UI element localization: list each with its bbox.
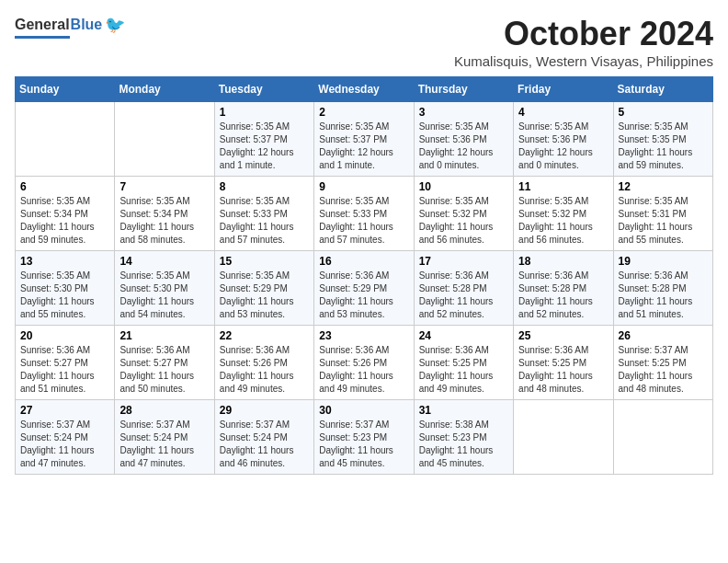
day-cell: 30Sunrise: 5:37 AMSunset: 5:23 PMDayligh… (314, 400, 414, 475)
day-info: Sunrise: 5:36 AMSunset: 5:27 PMDaylight:… (20, 344, 109, 396)
page-header: General Blue 🐦 October 2024 Kumalisquis,… (15, 15, 713, 69)
day-cell: 13Sunrise: 5:35 AMSunset: 5:30 PMDayligh… (16, 251, 115, 326)
day-number: 3 (419, 106, 508, 119)
day-number: 16 (319, 255, 408, 268)
day-number: 30 (319, 404, 408, 417)
header-cell-friday: Friday (514, 77, 613, 102)
day-number: 14 (119, 255, 209, 268)
day-info: Sunrise: 5:35 AMSunset: 5:33 PMDaylight:… (220, 195, 309, 247)
day-cell: 12Sunrise: 5:35 AMSunset: 5:31 PMDayligh… (613, 177, 712, 251)
day-info: Sunrise: 5:36 AMSunset: 5:28 PMDaylight:… (619, 270, 708, 321)
day-number: 27 (20, 404, 109, 417)
day-cell: 5Sunrise: 5:35 AMSunset: 5:35 PMDaylight… (613, 102, 712, 177)
day-info: Sunrise: 5:36 AMSunset: 5:29 PMDaylight:… (319, 270, 408, 321)
header-row: SundayMondayTuesdayWednesdayThursdayFrid… (16, 77, 713, 102)
day-cell: 19Sunrise: 5:36 AMSunset: 5:28 PMDayligh… (613, 251, 712, 326)
day-cell: 27Sunrise: 5:37 AMSunset: 5:24 PMDayligh… (16, 400, 115, 475)
header-cell-monday: Monday (115, 77, 214, 102)
day-info: Sunrise: 5:35 AMSunset: 5:30 PMDaylight:… (20, 270, 109, 321)
header-cell-thursday: Thursday (414, 77, 513, 102)
day-number: 12 (619, 180, 708, 193)
day-cell: 20Sunrise: 5:36 AMSunset: 5:27 PMDayligh… (16, 326, 115, 400)
day-info: Sunrise: 5:35 AMSunset: 5:37 PMDaylight:… (220, 121, 309, 172)
day-number: 2 (319, 106, 408, 119)
header-cell-wednesday: Wednesday (314, 77, 414, 102)
day-cell: 18Sunrise: 5:36 AMSunset: 5:28 PMDayligh… (514, 251, 613, 326)
day-info: Sunrise: 5:35 AMSunset: 5:36 PMDaylight:… (419, 121, 508, 172)
day-cell: 26Sunrise: 5:37 AMSunset: 5:25 PMDayligh… (613, 326, 712, 400)
logo-bird-icon: 🐦 (105, 15, 125, 35)
month-title: October 2024 (454, 15, 713, 53)
day-number: 24 (419, 329, 508, 342)
day-info: Sunrise: 5:36 AMSunset: 5:26 PMDaylight:… (319, 344, 408, 396)
day-number: 5 (619, 106, 708, 119)
week-row-4: 20Sunrise: 5:36 AMSunset: 5:27 PMDayligh… (16, 326, 713, 400)
header-cell-tuesday: Tuesday (214, 77, 313, 102)
day-number: 23 (319, 329, 408, 342)
day-cell: 10Sunrise: 5:35 AMSunset: 5:32 PMDayligh… (414, 177, 513, 251)
day-number: 19 (619, 255, 708, 268)
day-cell: 22Sunrise: 5:36 AMSunset: 5:26 PMDayligh… (214, 326, 313, 400)
day-info: Sunrise: 5:36 AMSunset: 5:26 PMDaylight:… (220, 344, 309, 396)
day-cell: 21Sunrise: 5:36 AMSunset: 5:27 PMDayligh… (115, 326, 214, 400)
day-info: Sunrise: 5:38 AMSunset: 5:23 PMDaylight:… (419, 419, 508, 470)
header-cell-saturday: Saturday (613, 77, 712, 102)
logo: General Blue 🐦 (15, 15, 125, 39)
week-row-3: 13Sunrise: 5:35 AMSunset: 5:30 PMDayligh… (16, 251, 713, 326)
day-info: Sunrise: 5:35 AMSunset: 5:31 PMDaylight:… (619, 195, 708, 247)
day-info: Sunrise: 5:36 AMSunset: 5:27 PMDaylight:… (119, 344, 209, 396)
day-cell: 9Sunrise: 5:35 AMSunset: 5:33 PMDaylight… (314, 177, 414, 251)
day-cell: 4Sunrise: 5:35 AMSunset: 5:36 PMDaylight… (514, 102, 613, 177)
day-number: 31 (419, 404, 508, 417)
day-cell: 1Sunrise: 5:35 AMSunset: 5:37 PMDaylight… (214, 102, 313, 177)
day-number: 22 (220, 329, 309, 342)
day-info: Sunrise: 5:35 AMSunset: 5:37 PMDaylight:… (319, 121, 408, 172)
day-info: Sunrise: 5:36 AMSunset: 5:28 PMDaylight:… (419, 270, 508, 321)
day-cell (16, 102, 115, 177)
day-info: Sunrise: 5:35 AMSunset: 5:32 PMDaylight:… (518, 195, 608, 247)
day-cell: 31Sunrise: 5:38 AMSunset: 5:23 PMDayligh… (414, 400, 513, 475)
day-number: 20 (20, 329, 109, 342)
day-info: Sunrise: 5:36 AMSunset: 5:25 PMDaylight:… (419, 344, 508, 396)
day-cell: 8Sunrise: 5:35 AMSunset: 5:33 PMDaylight… (214, 177, 313, 251)
day-number: 21 (119, 329, 209, 342)
day-cell: 3Sunrise: 5:35 AMSunset: 5:36 PMDaylight… (414, 102, 513, 177)
day-cell: 6Sunrise: 5:35 AMSunset: 5:34 PMDaylight… (16, 177, 115, 251)
day-cell: 17Sunrise: 5:36 AMSunset: 5:28 PMDayligh… (414, 251, 513, 326)
day-info: Sunrise: 5:35 AMSunset: 5:30 PMDaylight:… (119, 270, 209, 321)
week-row-5: 27Sunrise: 5:37 AMSunset: 5:24 PMDayligh… (16, 400, 713, 475)
day-number: 25 (518, 329, 608, 342)
day-info: Sunrise: 5:35 AMSunset: 5:32 PMDaylight:… (419, 195, 508, 247)
title-section: October 2024 Kumalisquis, Western Visaya… (454, 15, 713, 69)
day-info: Sunrise: 5:37 AMSunset: 5:24 PMDaylight:… (220, 419, 309, 470)
week-row-2: 6Sunrise: 5:35 AMSunset: 5:34 PMDaylight… (16, 177, 713, 251)
day-cell: 16Sunrise: 5:36 AMSunset: 5:29 PMDayligh… (314, 251, 414, 326)
header-cell-sunday: Sunday (16, 77, 115, 102)
day-cell: 23Sunrise: 5:36 AMSunset: 5:26 PMDayligh… (314, 326, 414, 400)
day-info: Sunrise: 5:35 AMSunset: 5:34 PMDaylight:… (20, 195, 109, 247)
day-cell: 7Sunrise: 5:35 AMSunset: 5:34 PMDaylight… (115, 177, 214, 251)
day-cell: 24Sunrise: 5:36 AMSunset: 5:25 PMDayligh… (414, 326, 513, 400)
logo-blue-text: Blue (71, 17, 103, 33)
day-info: Sunrise: 5:37 AMSunset: 5:23 PMDaylight:… (319, 419, 408, 470)
day-cell: 29Sunrise: 5:37 AMSunset: 5:24 PMDayligh… (214, 400, 313, 475)
day-number: 1 (220, 106, 309, 119)
day-number: 17 (419, 255, 508, 268)
day-cell: 25Sunrise: 5:36 AMSunset: 5:25 PMDayligh… (514, 326, 613, 400)
day-info: Sunrise: 5:35 AMSunset: 5:34 PMDaylight:… (119, 195, 209, 247)
day-info: Sunrise: 5:35 AMSunset: 5:36 PMDaylight:… (518, 121, 608, 172)
day-number: 11 (518, 180, 608, 193)
day-cell: 11Sunrise: 5:35 AMSunset: 5:32 PMDayligh… (514, 177, 613, 251)
week-row-1: 1Sunrise: 5:35 AMSunset: 5:37 PMDaylight… (16, 102, 713, 177)
day-number: 7 (119, 180, 209, 193)
day-info: Sunrise: 5:37 AMSunset: 5:24 PMDaylight:… (119, 419, 209, 470)
day-info: Sunrise: 5:36 AMSunset: 5:25 PMDaylight:… (518, 344, 608, 396)
day-cell: 2Sunrise: 5:35 AMSunset: 5:37 PMDaylight… (314, 102, 414, 177)
day-number: 18 (518, 255, 608, 268)
day-info: Sunrise: 5:35 AMSunset: 5:33 PMDaylight:… (319, 195, 408, 247)
day-number: 9 (319, 180, 408, 193)
calendar-table: SundayMondayTuesdayWednesdayThursdayFrid… (15, 76, 713, 475)
location-title: Kumalisquis, Western Visayas, Philippine… (454, 53, 713, 69)
day-cell (514, 400, 613, 475)
day-number: 6 (20, 180, 109, 193)
